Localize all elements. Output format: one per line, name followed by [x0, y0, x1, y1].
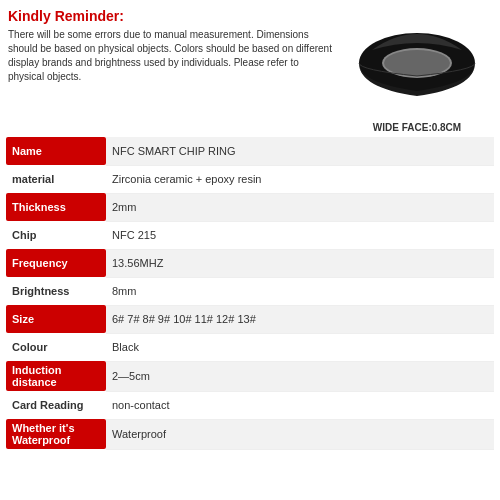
reminder-text: There will be some errors due to manual … [8, 28, 334, 84]
row-label: Size [6, 305, 106, 333]
row-value: Black [106, 333, 494, 361]
table-row: Card Readingnon-contact [6, 391, 494, 419]
row-value: 8mm [106, 277, 494, 305]
row-value: 2mm [106, 193, 494, 221]
row-label: Whether it's Waterproof [6, 419, 106, 449]
page-container: Kindly Reminder: There will be some erro… [0, 0, 500, 500]
top-section: Kindly Reminder: There will be some erro… [0, 0, 500, 137]
row-label: Chip [6, 221, 106, 249]
row-label: Thickness [6, 193, 106, 221]
table-row: Whether it's WaterproofWaterproof [6, 419, 494, 449]
table-row: ChipNFC 215 [6, 221, 494, 249]
table-row: Brightness8mm [6, 277, 494, 305]
table-row: Size6# 7# 8# 9# 10# 11# 12# 13# [6, 305, 494, 333]
row-value: 13.56MHZ [106, 249, 494, 277]
table-section: NameNFC SMART CHIP RINGmaterialZirconia … [0, 137, 500, 500]
reminder-title: Kindly Reminder: [8, 8, 334, 24]
row-label: material [6, 165, 106, 193]
ring-image-container: WIDE FACE:0.8CM [342, 8, 492, 133]
row-label: Brightness [6, 277, 106, 305]
row-value: non-contact [106, 391, 494, 419]
row-label: Colour [6, 333, 106, 361]
ring-label: WIDE FACE:0.8CM [373, 122, 461, 133]
row-value: 2—5cm [106, 361, 494, 391]
table-row: Frequency13.56MHZ [6, 249, 494, 277]
ring-svg [352, 8, 482, 118]
row-label: Card Reading [6, 391, 106, 419]
table-row: NameNFC SMART CHIP RING [6, 137, 494, 165]
table-row: ColourBlack [6, 333, 494, 361]
table-row: Thickness2mm [6, 193, 494, 221]
row-value: NFC 215 [106, 221, 494, 249]
reminder-box: Kindly Reminder: There will be some erro… [8, 8, 342, 133]
svg-point-2 [384, 50, 450, 76]
row-value: Waterproof [106, 419, 494, 449]
spec-table: NameNFC SMART CHIP RINGmaterialZirconia … [6, 137, 494, 450]
row-label: Name [6, 137, 106, 165]
table-row: Induction distance2—5cm [6, 361, 494, 391]
row-value: 6# 7# 8# 9# 10# 11# 12# 13# [106, 305, 494, 333]
table-row: materialZirconia ceramic + epoxy resin [6, 165, 494, 193]
row-label: Induction distance [6, 361, 106, 391]
row-label: Frequency [6, 249, 106, 277]
row-value: Zirconia ceramic + epoxy resin [106, 165, 494, 193]
row-value: NFC SMART CHIP RING [106, 137, 494, 165]
